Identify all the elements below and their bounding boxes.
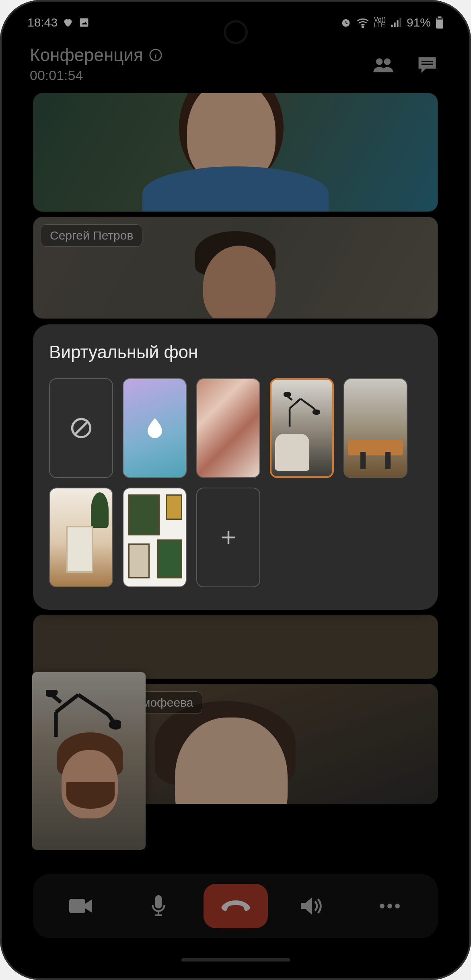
svg-point-11 [376, 58, 383, 65]
svg-rect-0 [80, 18, 88, 27]
mic-toggle-button[interactable] [126, 884, 191, 928]
bg-option-gallery[interactable] [123, 488, 187, 587]
speaker-button[interactable] [280, 884, 345, 928]
svg-rect-9 [437, 18, 443, 20]
alarm-icon [340, 17, 352, 28]
svg-rect-8 [438, 16, 442, 18]
volte-icon: Vo)) LTE [374, 17, 386, 28]
camera-toggle-button[interactable] [49, 884, 113, 928]
info-icon[interactable] [149, 48, 162, 62]
svg-rect-4 [394, 23, 395, 27]
self-preview-pip[interactable] [32, 672, 146, 850]
svg-point-17 [111, 722, 121, 728]
svg-point-2 [362, 26, 364, 28]
bg-option-none[interactable] [49, 378, 113, 478]
more-button[interactable] [358, 884, 422, 928]
bg-option-office2[interactable] [343, 378, 407, 478]
svg-point-16 [46, 690, 56, 695]
participants-button[interactable] [372, 55, 395, 73]
svg-point-14 [284, 393, 290, 396]
bg-option-blur[interactable] [123, 378, 187, 478]
svg-point-21 [387, 904, 392, 908]
call-controls [33, 874, 438, 938]
hangup-button[interactable] [204, 884, 268, 928]
svg-rect-19 [155, 895, 162, 908]
svg-point-20 [380, 904, 385, 908]
svg-rect-3 [391, 25, 393, 27]
status-left: 18:43 [27, 16, 90, 29]
participant-name-badge: Сергей Петров [41, 224, 142, 247]
status-time: 18:43 [27, 16, 58, 29]
bg-option-marble[interactable] [196, 378, 260, 478]
bg-option-room1[interactable] [49, 488, 113, 587]
video-tile-1[interactable] [33, 93, 438, 212]
device-frame: 18:43 Vo)) LTE 91% [0, 0, 471, 980]
svg-point-22 [395, 904, 400, 908]
call-timer: 00:01:54 [30, 68, 162, 83]
battery-pct: 91% [407, 16, 431, 29]
svg-point-12 [384, 58, 391, 65]
signal-icon [391, 17, 402, 28]
virtual-background-sheet: Виртуальный фон [33, 324, 438, 610]
screen: 18:43 Vo)) LTE 91% [10, 10, 461, 970]
picture-icon [78, 17, 90, 28]
svg-rect-5 [397, 20, 398, 27]
bg-option-office1[interactable] [270, 378, 334, 478]
bg-option-add[interactable] [196, 488, 260, 587]
status-right: Vo)) LTE 91% [340, 16, 444, 29]
battery-icon [436, 16, 444, 29]
camera-cutout [224, 20, 248, 44]
wifi-icon [356, 17, 369, 28]
heart-icon [62, 17, 74, 28]
home-indicator [181, 958, 290, 962]
svg-point-15 [313, 410, 319, 414]
svg-rect-18 [69, 899, 85, 913]
page-title: Конференция [30, 45, 143, 65]
video-tile-2[interactable]: Сергей Петров [33, 217, 438, 319]
sheet-title: Виртуальный фон [49, 342, 422, 362]
background-grid [49, 378, 422, 587]
video-grid: Сергей Петров [10, 93, 461, 319]
svg-rect-6 [399, 18, 401, 27]
video-tile-3[interactable] [33, 615, 438, 679]
chat-button[interactable] [417, 55, 437, 73]
